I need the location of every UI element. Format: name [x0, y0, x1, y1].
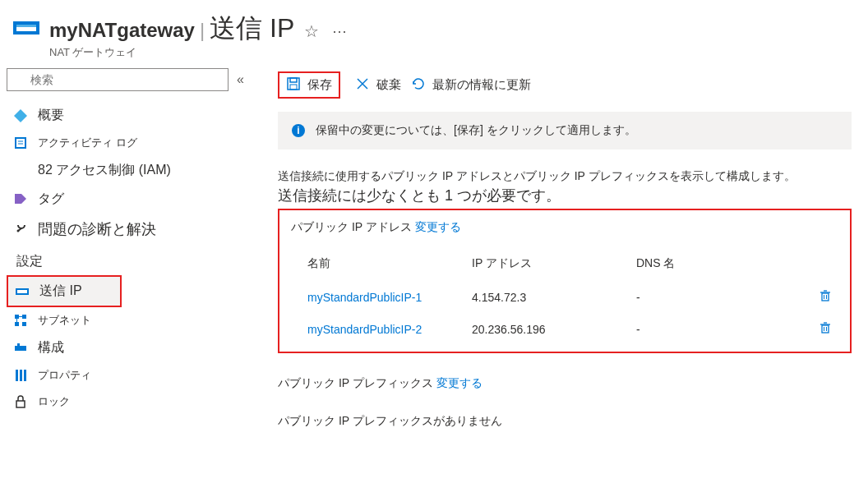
prefix-empty-text: パブリック IP プレフィックスがありません: [278, 414, 852, 429]
svg-rect-7: [16, 139, 25, 147]
svg-rect-22: [17, 343, 20, 346]
search-input[interactable]: [7, 68, 229, 91]
nav-label: プロパティ: [38, 368, 91, 383]
nav-diagnose[interactable]: 問題の診断と解決: [7, 214, 261, 245]
description-line1: 送信接続に使用するパブリック IP アドレスとパブリック IP プレフィックスを…: [278, 169, 852, 184]
ip-address: 4.154.72.3: [472, 291, 636, 304]
nav-activity-log[interactable]: アクティビティ ログ: [7, 130, 261, 156]
svg-rect-14: [17, 290, 27, 293]
configuration-icon: [13, 341, 28, 356]
svg-rect-34: [822, 293, 829, 301]
more-actions-icon[interactable]: ⋯: [332, 22, 349, 40]
svg-text:i: i: [297, 125, 299, 136]
tags-icon: [13, 192, 28, 207]
svg-line-12: [18, 228, 21, 231]
svg-marker-10: [15, 194, 26, 204]
nav-label: ロック: [38, 394, 70, 409]
nav-subnets[interactable]: サブネット: [7, 307, 261, 334]
svg-rect-15: [15, 315, 19, 319]
nav-label: タグ: [38, 191, 64, 208]
resource-name: myNATgateway: [49, 19, 195, 42]
discard-button[interactable]: 破棄: [347, 73, 409, 97]
svg-rect-27: [288, 78, 299, 90]
save-button[interactable]: 保存: [286, 76, 332, 94]
title-separator: |: [200, 19, 205, 42]
nav-label: 問題の診断と解決: [38, 219, 156, 239]
svg-rect-16: [22, 315, 26, 319]
access-control-icon: [13, 163, 28, 178]
refresh-icon: [411, 76, 426, 94]
svg-rect-25: [24, 370, 26, 381]
refresh-label: 最新の情報に更新: [432, 77, 531, 93]
ip-dns: -: [636, 323, 809, 336]
svg-marker-5: [14, 109, 27, 122]
ip-row: myStandardPublicIP-2 20.236.56.196 -: [291, 313, 838, 345]
svg-rect-26: [16, 401, 25, 407]
nav-locks[interactable]: ロック: [7, 389, 261, 415]
ip-name-link[interactable]: myStandardPublicIP-1: [307, 291, 472, 304]
svg-rect-2: [16, 25, 36, 27]
svg-rect-21: [15, 346, 26, 351]
ip-table-header: 名前 IP アドレス DNS 名: [291, 251, 838, 281]
svg-rect-18: [22, 322, 26, 326]
properties-icon: [13, 368, 28, 383]
page-title: 送信 IP: [210, 11, 294, 47]
collapse-sidebar-icon[interactable]: «: [237, 72, 244, 87]
locks-icon: [13, 394, 28, 409]
nav-label: サブネット: [38, 313, 91, 328]
favorite-star-icon[interactable]: ☆: [304, 21, 319, 41]
public-ip-prefix-label: パブリック IP プレフィックス 変更する: [278, 376, 852, 391]
svg-rect-29: [290, 85, 297, 90]
ip-row: myStandardPublicIP-1 4.154.72.3 -: [291, 281, 838, 313]
ip-name-link[interactable]: myStandardPublicIP-2: [307, 323, 472, 336]
nav-label: 構成: [38, 339, 64, 356]
nav-label: 概要: [38, 107, 64, 124]
svg-rect-28: [290, 78, 297, 82]
nav-label: アクティビティ ログ: [38, 136, 137, 150]
nat-gateway-icon: [13, 18, 39, 38]
nav-label: 送信 IP: [39, 283, 82, 300]
diagnose-icon: [13, 222, 28, 237]
outbound-ip-icon: [15, 284, 30, 299]
svg-rect-23: [16, 370, 18, 381]
info-banner-text: 保留中の変更については、[保存] をクリックして適用します。: [316, 123, 636, 138]
col-name: 名前: [307, 256, 472, 271]
nav-overview[interactable]: 概要: [7, 101, 261, 130]
nav-properties[interactable]: プロパティ: [7, 362, 261, 389]
overview-icon: [13, 108, 28, 123]
info-icon: i: [291, 123, 306, 138]
nav-access-control[interactable]: 82 アクセス制御 (IAM): [7, 156, 261, 185]
save-label: 保存: [307, 77, 332, 93]
col-ip: IP アドレス: [472, 256, 636, 271]
svg-rect-24: [20, 370, 22, 381]
svg-rect-39: [822, 325, 829, 333]
delete-icon[interactable]: [819, 324, 832, 337]
refresh-button[interactable]: 最新の情報に更新: [403, 73, 539, 97]
nav-outbound-ip[interactable]: 送信 IP: [8, 277, 120, 306]
nav-label: 82 アクセス制御 (IAM): [38, 162, 171, 179]
nav-configuration[interactable]: 構成: [7, 334, 261, 362]
svg-rect-17: [15, 322, 19, 326]
col-dns: DNS 名: [636, 256, 809, 271]
nav-section-settings: 設定: [7, 245, 261, 275]
discard-label: 破棄: [376, 77, 401, 93]
description-line2: 送信接続には少なくとも 1 つが必要です。: [278, 186, 852, 205]
ip-dns: -: [636, 291, 809, 304]
public-ip-label: パブリック IP アドレス 変更する: [291, 220, 838, 235]
nav-tags[interactable]: タグ: [7, 185, 261, 214]
subnets-icon: [13, 313, 28, 328]
delete-icon[interactable]: [819, 292, 832, 305]
resource-type-subtitle: NAT ゲートウェイ: [49, 45, 349, 60]
activity-log-icon: [13, 136, 28, 150]
ip-address: 20.236.56.196: [472, 323, 636, 336]
change-public-ip-link[interactable]: 変更する: [415, 220, 461, 233]
discard-icon: [355, 76, 370, 94]
info-banner: i 保留中の変更については、[保存] をクリックして適用します。: [278, 112, 852, 150]
change-prefix-link[interactable]: 変更する: [436, 376, 482, 389]
save-icon: [286, 76, 301, 94]
